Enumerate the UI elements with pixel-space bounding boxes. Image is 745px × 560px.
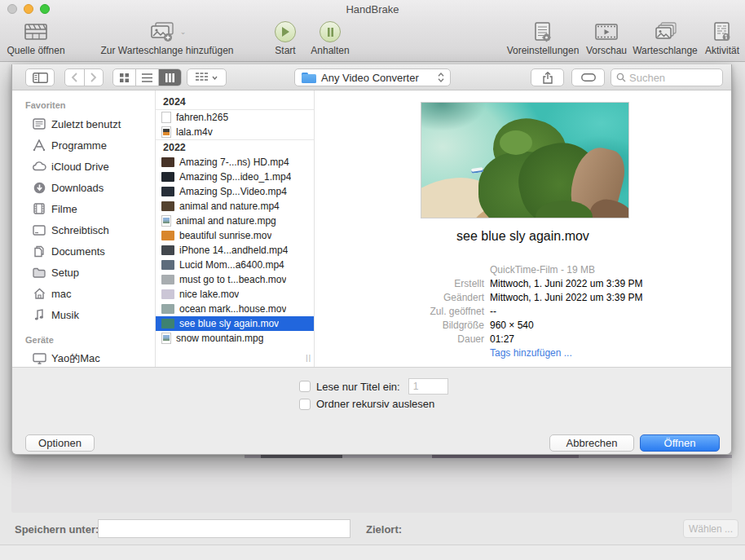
file-metadata: QuickTime-Film - 19 MB ErstelltMittwoch,… xyxy=(315,262,731,359)
file-row[interactable]: animal and nature.mpg xyxy=(156,214,314,228)
recursive-folder-checkbox[interactable] xyxy=(299,399,311,410)
options-button[interactable]: Optionen xyxy=(25,434,95,452)
file-row[interactable]: Amazing Sp...ideo_1.mp4 xyxy=(156,170,314,184)
sidebar-item-icloud[interactable]: iCloud Drive xyxy=(12,156,155,177)
clapperboard-icon xyxy=(23,20,49,44)
background-panel xyxy=(11,459,732,513)
sidebar-item-recents[interactable]: Zuletzt benutzt xyxy=(12,113,155,134)
column-view-button[interactable] xyxy=(158,69,181,86)
cloud-icon xyxy=(32,159,46,174)
video-file-icon xyxy=(161,126,171,138)
filmstrip-play-icon xyxy=(594,20,619,44)
file-column: 2024 fahren.h265 lala.m4v 2022 Amazing 7… xyxy=(156,90,315,367)
video-thumbnail xyxy=(161,260,174,270)
file-row-selected[interactable]: see blue sly again.mov xyxy=(156,316,314,331)
video-thumbnail xyxy=(161,231,174,240)
forward-button[interactable] xyxy=(84,69,104,86)
file-row[interactable]: Amazing Sp...Video.mp4 xyxy=(156,184,314,199)
group-header-2022: 2022 xyxy=(156,139,314,155)
document-icon xyxy=(161,112,171,123)
applications-icon xyxy=(32,138,46,152)
stacked-photos-icon xyxy=(653,20,677,44)
sidebar-item-applications[interactable]: Programme xyxy=(12,134,155,156)
window-title: HandBrake xyxy=(0,3,745,15)
sidebar-item-documents[interactable]: Documents xyxy=(12,240,155,262)
destination-label: Zielort: xyxy=(366,523,402,536)
play-icon xyxy=(275,21,296,42)
add-tags-link[interactable]: Tags hinzufügen ... xyxy=(490,347,572,359)
document-info-icon xyxy=(712,20,733,44)
queue-button[interactable]: Warteschlange xyxy=(629,20,701,56)
sidebar-item-desktop[interactable]: Schreibtisch xyxy=(12,219,155,240)
start-button[interactable]: Start xyxy=(265,20,306,56)
video-thumbnail xyxy=(161,319,174,329)
choose-destination-button[interactable]: Wählen ... xyxy=(683,519,738,538)
sidebar-item-setup-folder[interactable]: Setup xyxy=(12,262,155,283)
save-as-input[interactable] xyxy=(98,519,350,538)
preview-button[interactable]: Vorschau xyxy=(584,20,628,56)
folder-icon xyxy=(32,265,46,280)
title-number-input[interactable] xyxy=(408,378,448,395)
search-input[interactable] xyxy=(629,72,711,84)
scan-single-title-checkbox[interactable] xyxy=(299,381,311,392)
add-photos-icon: ⌄ xyxy=(148,20,187,44)
favorites-header: Favoriten xyxy=(12,97,155,113)
back-button[interactable] xyxy=(65,69,84,86)
sidebar-toggle-button[interactable] xyxy=(25,68,55,86)
column-resize-handle[interactable]: || xyxy=(306,354,311,362)
video-thumbnail xyxy=(161,172,174,182)
video-thumbnail xyxy=(161,275,174,284)
tag-icon xyxy=(581,73,596,82)
preview-image xyxy=(421,102,629,218)
icon-view-button[interactable] xyxy=(113,69,135,86)
scan-single-title-label: Lese nur Titel ein: xyxy=(316,381,400,393)
view-mode-segmented-control xyxy=(112,68,182,86)
save-as-label: Speichern unter: xyxy=(15,523,99,536)
file-row[interactable]: must go to t...beach.mov xyxy=(156,272,314,287)
file-row[interactable]: nice lake.mov xyxy=(156,287,314,302)
open-source-button[interactable]: Quelle öffnen xyxy=(6,20,66,56)
file-row[interactable]: snow mountain.mpg xyxy=(156,331,314,346)
file-row[interactable]: animal and nature.mp4 xyxy=(156,199,314,214)
sidebar-icon xyxy=(33,73,48,83)
tags-button[interactable] xyxy=(571,68,605,86)
video-thumbnail xyxy=(161,157,174,167)
video-thumbnail xyxy=(161,289,174,299)
sidebar-item-this-mac[interactable]: Yao的Mac xyxy=(12,348,155,367)
preview-filename: see blue sly again.mov xyxy=(315,229,731,244)
activity-button[interactable]: Aktivität xyxy=(701,20,743,56)
share-icon xyxy=(543,72,553,84)
cancel-button[interactable]: Abbrechen xyxy=(549,434,634,452)
arrange-icon xyxy=(196,73,208,82)
display-icon xyxy=(32,351,46,366)
pause-button[interactable]: Anhalten xyxy=(303,20,357,56)
sidebar-item-downloads[interactable]: Downloads xyxy=(12,177,155,198)
sidebar-item-movies[interactable]: Filme xyxy=(12,198,155,219)
window-chrome: HandBrake Quelle öffnen xyxy=(0,0,745,62)
presets-button[interactable]: Voreinstellungen xyxy=(502,20,584,56)
arrange-button[interactable] xyxy=(187,68,227,86)
sidebar: Favoriten Zuletzt benutzt Programme iClo… xyxy=(12,90,156,367)
share-button[interactable] xyxy=(531,68,564,86)
file-row[interactable]: lala.m4v xyxy=(156,125,314,139)
list-view-button[interactable] xyxy=(135,69,158,86)
open-file-dialog: Any Video Converter xyxy=(11,64,732,455)
file-row[interactable]: Lucid Mom...a6400.mp4 xyxy=(156,258,314,272)
preview-pane: see blue sly again.mov QuickTime-Film - … xyxy=(315,90,731,367)
open-button[interactable]: Öffnen xyxy=(640,434,720,452)
search-field[interactable] xyxy=(611,68,723,86)
sidebar-item-music[interactable]: Musik xyxy=(12,304,155,325)
file-row[interactable]: iPhone 14...andheld.mp4 xyxy=(156,243,314,258)
location-dropdown[interactable]: Any Video Converter xyxy=(294,68,451,86)
folder-icon xyxy=(302,73,316,83)
add-to-queue-button[interactable]: ⌄ Zur Warteschlange hinzufügen xyxy=(98,20,236,56)
file-row[interactable]: ocean mark...house.mov xyxy=(156,302,314,316)
updown-chevrons-icon xyxy=(438,73,444,82)
chevron-down-icon xyxy=(212,76,218,80)
file-row[interactable]: beautiful sunrise.mov xyxy=(156,228,314,243)
nav-buttons xyxy=(64,68,104,86)
video-thumbnail xyxy=(161,187,174,196)
sidebar-item-home[interactable]: mac xyxy=(12,283,155,304)
file-row[interactable]: Amazing 7-...ns) HD.mp4 xyxy=(156,155,314,170)
file-row[interactable]: fahren.h265 xyxy=(156,110,314,125)
